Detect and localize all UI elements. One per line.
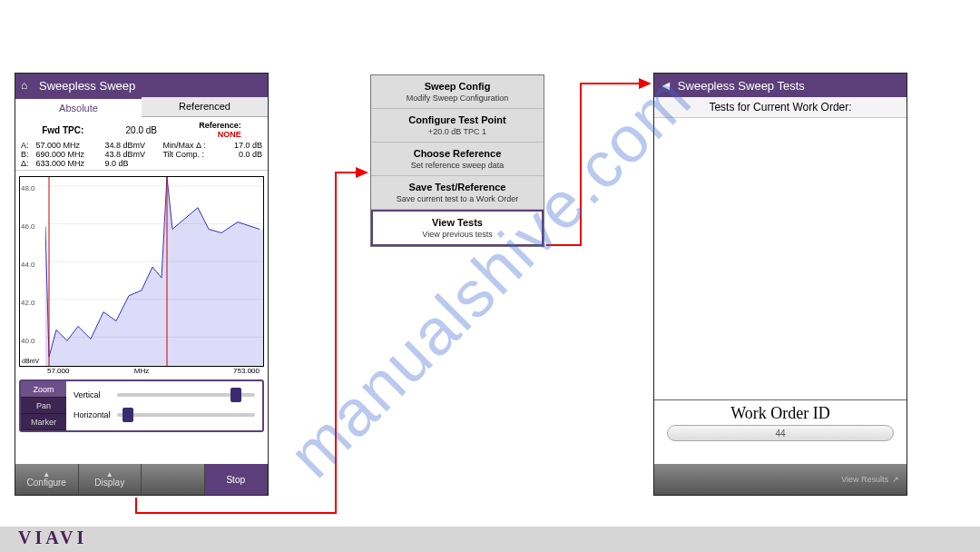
home-icon[interactable]: ⌂ xyxy=(21,79,34,92)
vertical-label: Vertical xyxy=(74,390,117,399)
screen-sweep-tests: ◄ Sweepless Sweep Tests Tests for Curren… xyxy=(653,73,907,496)
footer-bar xyxy=(0,527,980,552)
menu-view-tests[interactable]: View TestsView previous tests xyxy=(371,210,544,246)
external-icon: ↗ xyxy=(892,475,899,484)
spacer xyxy=(142,464,205,495)
tab-absolute[interactable]: Absolute xyxy=(15,97,142,117)
tests-list-empty xyxy=(654,118,906,399)
reference-block: Reference: NONE xyxy=(199,121,241,139)
view-results-button[interactable]: View Results xyxy=(841,475,888,484)
back-icon[interactable]: ◄ xyxy=(660,78,672,93)
menu-choose-reference[interactable]: Choose ReferenceSet reference sweep data xyxy=(371,143,544,176)
brand-logo: VIAVI xyxy=(18,527,87,548)
zoom-button[interactable]: Zoom xyxy=(21,381,66,398)
screen2-title: Sweepless Sweep Tests xyxy=(678,79,805,93)
tab-referenced[interactable]: Referenced xyxy=(142,97,268,117)
menu-configure-test-point[interactable]: Configure Test Point+20.0 dB TPC 1 xyxy=(371,109,544,143)
sweep-chart[interactable]: 48.0 46.0 44.0 42.0 40.0 dBmV 57.000 MHz… xyxy=(19,176,264,367)
screen2-bottom-bar: View Results ↗ xyxy=(654,464,906,495)
chart-svg xyxy=(45,177,263,366)
fwd-tpc-value: 20.0 dB xyxy=(126,125,157,135)
pan-button[interactable]: Pan xyxy=(21,398,66,414)
work-order-id-button[interactable]: 44 xyxy=(667,425,894,441)
horizontal-label: Horizontal xyxy=(74,410,117,419)
zoom-control-box: Zoom Pan Marker Vertical Horizontal xyxy=(19,380,264,432)
work-order-id-label: Work Order ID xyxy=(654,399,906,425)
marker-table: A:57.000 MHz34.8 dBmV Min/Max Δ :17.0 dB… xyxy=(15,141,268,171)
marker-button[interactable]: Marker xyxy=(21,414,66,430)
screen1-bottom-bar: ▲Configure ▲Display Stop xyxy=(15,464,268,495)
screen1-header: ⌂ Sweepless Sweep xyxy=(15,74,268,97)
stop-button[interactable]: Stop xyxy=(205,464,269,495)
tests-for-label: Tests for Current Work Order: xyxy=(654,97,906,118)
configure-button[interactable]: ▲Configure xyxy=(15,464,79,495)
display-popup-menu: Sweep ConfigModify Sweep Configuration C… xyxy=(370,74,544,247)
display-button[interactable]: ▲Display xyxy=(79,464,142,495)
horizontal-slider[interactable] xyxy=(117,413,255,417)
menu-sweep-config[interactable]: Sweep ConfigModify Sweep Configuration xyxy=(371,75,544,109)
vertical-slider[interactable] xyxy=(117,393,255,397)
fwd-tpc-label: Fwd TPC: xyxy=(42,125,83,135)
menu-save-test[interactable]: Save Test/ReferenceSave current test to … xyxy=(371,176,544,210)
screen1-title: Sweepless Sweep xyxy=(39,79,135,93)
screen-sweepless-sweep: ⌂ Sweepless Sweep Absolute Referenced Fw… xyxy=(15,73,269,496)
